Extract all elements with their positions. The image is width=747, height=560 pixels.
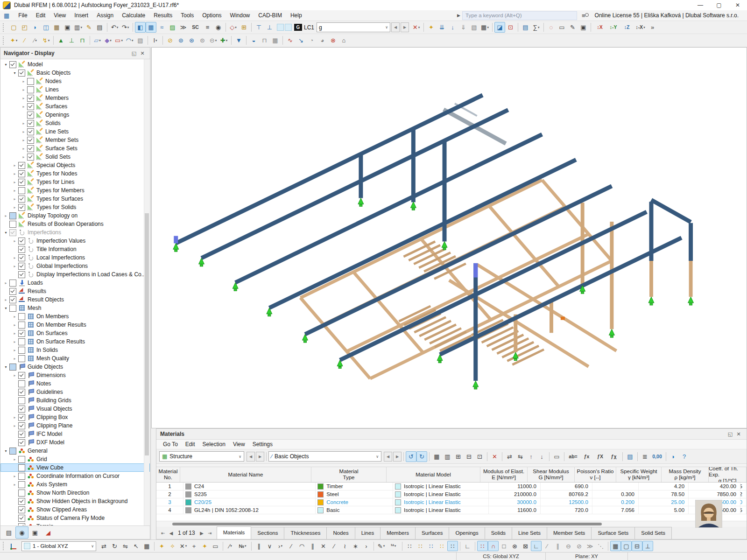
tree-item-types-for-solids[interactable]: ▸Types for Solids xyxy=(0,203,150,211)
layers-icon[interactable]: ⊟ xyxy=(632,541,642,551)
toolbar-overflow-icon[interactable]: » xyxy=(647,22,658,33)
column-header-alpha[interactable]: Coeff. of Th. Exp.α [1/°C] xyxy=(709,467,747,482)
tree-checkbox[interactable] xyxy=(18,464,25,471)
tree-expander[interactable]: ▸ xyxy=(11,197,18,201)
grid-snap-icon[interactable]: ∷ xyxy=(426,541,437,551)
cell-no[interactable]: 3 xyxy=(156,498,183,506)
solid-grid-icon[interactable]: ▧ xyxy=(469,22,479,33)
tree-checkbox[interactable] xyxy=(27,86,34,93)
tree-expander[interactable]: ▾ xyxy=(2,365,9,369)
tree-checkbox[interactable] xyxy=(9,212,16,219)
cell-rho[interactable]: 420.00 xyxy=(689,483,740,490)
tree-item-solid-sets[interactable]: ▸Solid Sets xyxy=(0,153,150,161)
row-down-icon[interactable]: ↓ xyxy=(536,451,547,462)
grid-points-icon[interactable]: ✧ xyxy=(167,541,178,551)
view-x-icon[interactable]: ↕X xyxy=(593,22,606,33)
snap-ellipse-icon[interactable]: ⊘ xyxy=(574,541,585,551)
search-expand-icon[interactable]: ▶ xyxy=(457,13,460,18)
tree-checkbox[interactable] xyxy=(27,120,34,127)
object-list-icon[interactable]: ≡ xyxy=(202,22,213,33)
cell-e[interactable]: 11000.0 xyxy=(489,483,541,490)
table-grid-icon[interactable]: ▦ xyxy=(431,451,442,462)
tree-checkbox[interactable] xyxy=(18,498,25,505)
tree-checkbox[interactable] xyxy=(18,196,25,203)
table-print-icon[interactable]: ▥ xyxy=(442,451,453,462)
grid-edit-icon[interactable]: ∷ xyxy=(415,541,426,551)
tree-item-line-sets[interactable]: ▸Line Sets xyxy=(0,127,150,136)
tree-item-special-objects[interactable]: ▸Special Objects xyxy=(0,161,150,169)
objects-prev-button[interactable]: ◀ xyxy=(384,452,392,462)
line-hinge-icon[interactable]: ⊛ xyxy=(186,35,197,46)
tree-expander[interactable]: ▸ xyxy=(11,357,18,361)
tree-item-solids[interactable]: ▸Solids xyxy=(0,119,150,127)
tree-checkbox[interactable] xyxy=(27,128,34,135)
frame-select-icon[interactable]: ▭ xyxy=(210,541,221,551)
cell-name[interactable]: C24 xyxy=(183,483,316,490)
tree-item-show-clipped-areas[interactable]: Show Clipped Areas xyxy=(0,505,150,514)
menu-tools[interactable]: Tools xyxy=(176,10,198,21)
cell-no[interactable]: 1 xyxy=(156,483,183,490)
tree-item-visual-objects[interactable]: Visual Objects xyxy=(0,405,150,413)
tree-item-terrain[interactable]: Terrain xyxy=(0,522,150,525)
tree-checkbox[interactable] xyxy=(18,254,25,261)
formula-manager-icon[interactable]: ƒχ xyxy=(607,451,620,462)
tree-checkbox[interactable] xyxy=(18,481,25,488)
row-insert-icon[interactable]: ⇄ xyxy=(504,451,515,462)
column-header-model[interactable]: Material Model xyxy=(387,467,480,482)
tree-expander[interactable]: ▸ xyxy=(11,323,18,327)
menu-edit[interactable]: Edit xyxy=(182,440,199,449)
objects-combo[interactable]: ∕ Basic Objects ∨ xyxy=(268,451,381,462)
cell-type[interactable]: Basic xyxy=(316,506,393,514)
tree-item-types-for-lines[interactable]: ▸Types for Lines xyxy=(0,178,150,186)
new-node-icon[interactable]: ✦▾ xyxy=(8,35,19,46)
next-page-button[interactable]: ▶ xyxy=(198,531,206,536)
mirror-icon[interactable]: ⇋ xyxy=(120,541,131,551)
menu-go-to[interactable]: Go To xyxy=(159,440,182,449)
tree-expander[interactable]: ▸ xyxy=(11,264,18,268)
tree-item-display-imperfections-in-load-cases-co[interactable]: Display Imperfections in Load Cases & Co… xyxy=(0,270,150,279)
tab-solid-sets[interactable]: Solid Sets xyxy=(634,527,672,539)
report-icon[interactable]: ▤ xyxy=(94,22,105,33)
console-icon[interactable]: ≫ xyxy=(178,22,189,33)
cell-g[interactable]: 12500.0 xyxy=(541,498,592,506)
cell-no[interactable]: 4 xyxy=(156,506,183,514)
tree-checkbox[interactable] xyxy=(18,187,25,194)
previous-load-case-button[interactable]: ◀ xyxy=(391,22,400,32)
tree-item-surfaces[interactable]: ▸Surfaces xyxy=(0,102,150,111)
tree-checkbox[interactable] xyxy=(27,145,34,152)
structure-next-button[interactable]: ▶ xyxy=(256,452,264,462)
open-model-icon[interactable]: ◰ xyxy=(19,22,30,33)
row-copy-icon[interactable]: ⇆ xyxy=(515,451,526,462)
objects-next-button[interactable]: ▶ xyxy=(393,452,402,462)
model-menu-icon[interactable]: ▦ xyxy=(4,12,9,19)
tree-item-model[interactable]: ▾Model xyxy=(0,60,150,69)
tree-expander[interactable]: ▸ xyxy=(20,121,27,126)
cell-nu[interactable]: 0.300 xyxy=(592,490,639,498)
pin-objects-icon[interactable]: ⊥ xyxy=(642,541,653,551)
structure-combo[interactable]: ▦ Structure ∨ xyxy=(159,451,244,462)
view-xyz-icon[interactable]: ↕-X▾ xyxy=(634,22,647,33)
menu-view[interactable]: View xyxy=(229,440,249,449)
tree-checkbox[interactable] xyxy=(18,515,25,522)
navigator-results-icon[interactable]: ◢ xyxy=(42,526,55,539)
menu-selection[interactable]: Selection xyxy=(199,440,229,449)
column-header-rho[interactable]: Mass Densityρ [kg/m³] xyxy=(662,467,709,482)
nodal-support-icon[interactable]: ▲ xyxy=(56,35,66,46)
menu-file[interactable]: File xyxy=(14,10,31,21)
line-mode-icon[interactable]: ∕ xyxy=(286,541,296,551)
save-icon[interactable]: ▣ xyxy=(62,22,73,33)
coordinate-axes-icon[interactable] xyxy=(8,541,19,551)
navigator-display-icon[interactable]: ◉ xyxy=(15,526,28,539)
tree-item-coordinate-information-on-cursor[interactable]: ▸Coordinate Information on Cursor xyxy=(0,472,150,480)
tree-checkbox[interactable] xyxy=(18,414,25,421)
cell-e[interactable]: 210000.0 xyxy=(489,490,541,498)
tree-item-on-surface-results[interactable]: ▸On Surface Results xyxy=(0,337,150,346)
table-help-icon[interactable]: ? xyxy=(679,451,690,462)
tree-checkbox[interactable] xyxy=(18,422,25,429)
tree-checkbox[interactable] xyxy=(18,490,25,497)
tree-checkbox[interactable] xyxy=(9,448,16,455)
calculation-icon[interactable]: ∑▾ xyxy=(531,22,542,33)
cell-g[interactable]: 720.0 xyxy=(541,506,592,514)
tab-lines[interactable]: Lines xyxy=(355,527,381,539)
cell-name[interactable]: S235 xyxy=(183,490,316,498)
